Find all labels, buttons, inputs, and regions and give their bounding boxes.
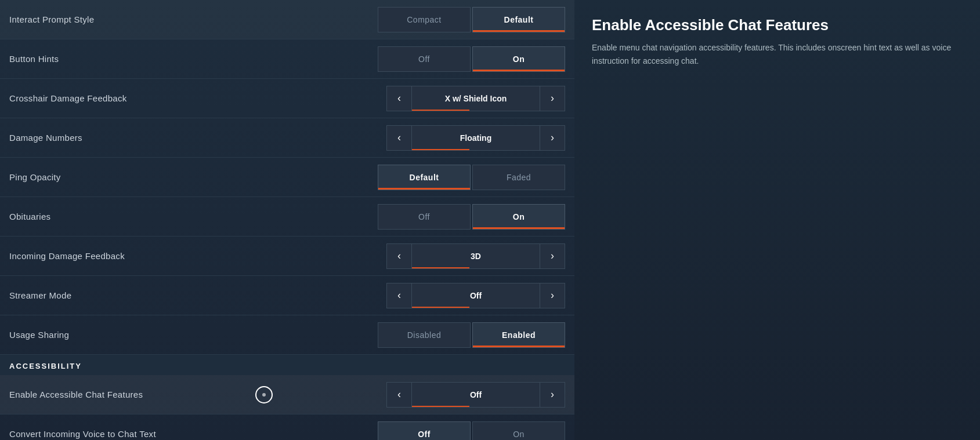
setting-label: Convert Incoming Voice to Chat Text [9, 429, 156, 439]
toggle-btn-off[interactable]: Off [378, 421, 471, 441]
accessibility-section-header: ACCESSIBILITY [0, 355, 574, 375]
setting-control: Off On [378, 204, 565, 230]
arrow-left-btn[interactable]: ‹ [386, 283, 412, 308]
setting-control: ‹ Off › [386, 382, 565, 408]
setting-incoming-damage-feedback: Incoming Damage Feedback ‹ 3D › [0, 237, 574, 276]
setting-streamer-mode: Streamer Mode ‹ Off › [0, 276, 574, 315]
arrow-right-btn[interactable]: › [540, 382, 565, 408]
setting-interact-prompt-style: Interact Prompt Style Compact Default [0, 0, 574, 39]
setting-button-hints: Button Hints Off On [0, 39, 574, 79]
toggle-group: Disabled Enabled [378, 322, 565, 348]
arrow-control: ‹ Floating › [386, 125, 565, 151]
setting-control: ‹ 3D › [386, 243, 565, 269]
setting-convert-incoming-voice: Convert Incoming Voice to Chat Text Off … [0, 414, 574, 440]
detail-description: Enable menu chat navigation accessibilit… [592, 41, 963, 67]
toggle-btn-off[interactable]: Off [378, 46, 471, 72]
setting-control: Disabled Enabled [378, 322, 565, 348]
setting-label: Streamer Mode [9, 290, 71, 300]
toggle-btn-default[interactable]: Default [472, 7, 565, 32]
arrow-left-btn[interactable]: ‹ [386, 382, 412, 408]
arrow-right-btn[interactable]: › [540, 125, 565, 151]
focus-cursor [255, 386, 273, 403]
toggle-btn-on[interactable]: On [472, 46, 565, 72]
setting-damage-numbers: Damage Numbers ‹ Floating › [0, 118, 574, 158]
arrow-left-btn[interactable]: ‹ [386, 86, 412, 111]
detail-panel: Enable Accessible Chat Features Enable m… [574, 0, 980, 440]
toggle-btn-on[interactable]: On [472, 421, 565, 441]
arrow-left-btn[interactable]: ‹ [386, 243, 412, 269]
arrow-control: ‹ X w/ Shield Icon › [386, 86, 565, 111]
toggle-btn-default[interactable]: Default [378, 165, 471, 190]
arrow-right-btn[interactable]: › [540, 243, 565, 269]
setting-label: Incoming Damage Feedback [9, 251, 125, 261]
setting-label: Crosshair Damage Feedback [9, 93, 127, 103]
setting-control: Off On [378, 421, 565, 441]
toggle-group: Off On [378, 46, 565, 72]
setting-obituaries: Obituaries Off On [0, 197, 574, 237]
arrow-value: Off [412, 382, 540, 408]
detail-title: Enable Accessible Chat Features [592, 16, 963, 34]
toggle-btn-enabled[interactable]: Enabled [472, 322, 565, 348]
cursor-dot [262, 393, 266, 397]
setting-label: Usage Sharing [9, 330, 69, 340]
arrow-right-btn[interactable]: › [540, 86, 565, 111]
arrow-value: Off [412, 283, 540, 308]
setting-label: Damage Numbers [9, 133, 82, 143]
arrow-value: X w/ Shield Icon [412, 86, 540, 111]
toggle-btn-compact[interactable]: Compact [378, 7, 471, 32]
setting-label: Ping Opacity [9, 172, 61, 182]
arrow-control: ‹ Off › [386, 283, 565, 308]
setting-crosshair-damage-feedback: Crosshair Damage Feedback ‹ X w/ Shield … [0, 79, 574, 118]
arrow-value: Floating [412, 125, 540, 151]
toggle-group: Compact Default [378, 7, 565, 32]
arrow-value: 3D [412, 243, 540, 269]
toggle-btn-disabled[interactable]: Disabled [378, 322, 471, 348]
toggle-group: Off On [378, 204, 565, 230]
toggle-btn-on[interactable]: On [472, 204, 565, 230]
setting-control: ‹ Floating › [386, 125, 565, 151]
toggle-btn-off[interactable]: Off [378, 204, 471, 230]
arrow-left-btn[interactable]: ‹ [386, 125, 412, 151]
settings-panel: Interact Prompt Style Compact Default Bu… [0, 0, 574, 440]
arrow-right-btn[interactable]: › [540, 283, 565, 308]
setting-control: Compact Default [378, 7, 565, 32]
setting-label: Button Hints [9, 54, 59, 64]
setting-label: Enable Accessible Chat Features [9, 390, 143, 399]
setting-enable-accessible-chat: Enable Accessible Chat Features ‹ Off › [0, 375, 574, 414]
setting-control: ‹ X w/ Shield Icon › [386, 86, 565, 111]
setting-label: Obituaries [9, 212, 50, 221]
toggle-group: Default Faded [378, 165, 565, 190]
setting-control: ‹ Off › [386, 283, 565, 308]
setting-control: Default Faded [378, 165, 565, 190]
arrow-control: ‹ Off › [386, 382, 565, 408]
setting-ping-opacity: Ping Opacity Default Faded [0, 158, 574, 197]
setting-label: Interact Prompt Style [9, 14, 94, 24]
arrow-control: ‹ 3D › [386, 243, 565, 269]
setting-usage-sharing: Usage Sharing Disabled Enabled [0, 315, 574, 355]
toggle-btn-faded[interactable]: Faded [472, 165, 565, 190]
setting-control: Off On [378, 46, 565, 72]
toggle-group: Off On [378, 421, 565, 441]
